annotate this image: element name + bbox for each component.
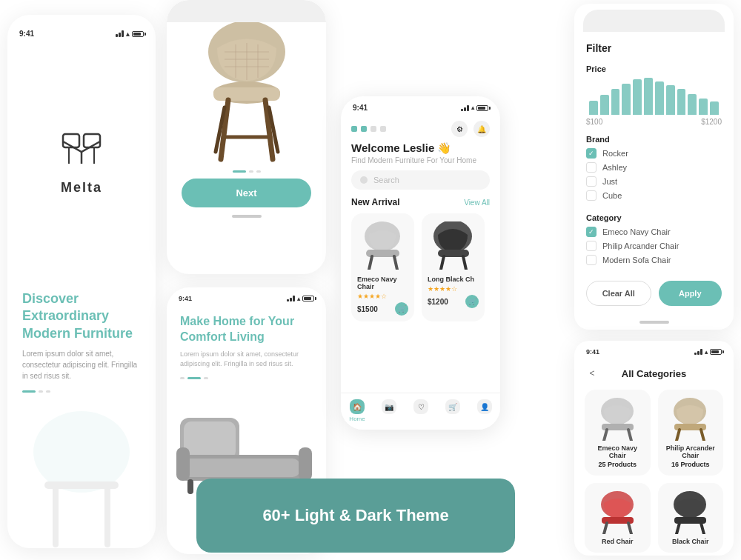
products-row: Emeco Navy Chair ★★★★☆ $1500 🛒 Long Blac… [341, 213, 500, 321]
cat-philip-label: Philip Arcander Chair [602, 241, 679, 250]
screen-home: 9:41 ▴ ⚙ 🔔 Welcome Leslie 👋 Find Modern … [341, 96, 500, 430]
cat-modern[interactable]: Modern Sofa Chair [586, 255, 722, 265]
product-card-1[interactable]: Emeco Navy Chair ★★★★☆ $1500 🛒 [351, 213, 414, 321]
adjust-icon[interactable]: ⚙ [451, 121, 468, 137]
svg-rect-16 [184, 421, 236, 459]
categories-header: < All Categories [574, 359, 734, 385]
category-filter-section: Category ✓ Emeco Navy Chair Philip Arcan… [574, 209, 734, 273]
banner-text: 60+ Light & Dark Theme [262, 506, 448, 525]
brand-just[interactable]: Just [586, 176, 722, 187]
next-button[interactable]: Next [182, 179, 311, 207]
cat-modern-check[interactable] [586, 255, 597, 265]
brand-ashley-check[interactable] [586, 162, 597, 173]
wifi-icon-2: ▴ [297, 296, 300, 302]
brand-ashley-label: Ashley [602, 163, 627, 172]
bar-2 [600, 95, 609, 116]
welcome-subtext: Find Modern Furniture For Your Home [351, 156, 490, 164]
cat-emeco[interactable]: ✓ Emeco Navy Chair [586, 227, 722, 237]
bar-5 [633, 79, 642, 115]
wifi-icon: ▴ [126, 30, 130, 38]
filter-home-indicator [639, 321, 669, 324]
brand-cube[interactable]: Cube [586, 190, 722, 201]
onboarding-body: Lorem ipsum dolor sit amet, consectetur … [180, 350, 313, 370]
product-price-2: $1200 [428, 298, 448, 306]
carousel-dots [167, 170, 326, 173]
categories-grid: Emeco Navy Chair 25 Products Philip Arca… [574, 385, 734, 556]
nav-wishlist[interactable]: ♡ [413, 399, 428, 422]
grid-dot [380, 126, 386, 132]
price-row-2: $1200 🛒 [428, 295, 479, 308]
subtitle-colored: Modern Furniture [22, 326, 133, 341]
search-placeholder: Search [373, 176, 399, 184]
search-bar[interactable]: Search [351, 170, 490, 190]
category-card-philip[interactable]: Philip Arcander Chair 16 Products [658, 390, 724, 476]
svg-line-46 [701, 523, 704, 534]
brand-ashley[interactable]: Ashley [586, 162, 722, 173]
svg-line-34 [628, 430, 631, 441]
price-row-1: $1500 🛒 [357, 302, 408, 316]
category-card-red[interactable]: Red Chair [585, 483, 651, 553]
price-section: Price $100 $1200 [574, 60, 734, 130]
brand-just-label: Just [602, 177, 617, 186]
cat-count-philip: 16 Products [671, 461, 710, 468]
profile-nav-icon: 👤 [477, 399, 492, 414]
cat-img-emeco [591, 397, 643, 441]
brand-cube-check[interactable] [586, 190, 597, 201]
onboarding-title: Make Home for Your Comfort Living [180, 314, 313, 345]
nav-cart[interactable]: 🛒 [445, 399, 460, 422]
status-bar: 9:41 ▴ [7, 22, 156, 41]
svg-rect-21 [187, 479, 193, 494]
svg-line-42 [628, 523, 631, 534]
price-min: $100 [586, 118, 602, 126]
svg-line-41 [604, 523, 607, 534]
add-to-cart-1[interactable]: 🛒 [395, 302, 408, 316]
cat-philip[interactable]: Philip Arcander Chair [586, 241, 722, 251]
nav-profile[interactable]: 👤 [477, 399, 492, 422]
bottom-navigation: 🏠 Home 📷 ♡ 🛒 👤 [341, 393, 500, 430]
product-name-1: Emeco Navy Chair [357, 276, 408, 290]
back-button[interactable]: < [585, 366, 599, 381]
cat-emeco-check[interactable]: ✓ [586, 227, 597, 237]
brand-section: Brand ✓ Rocker Ashley Just Cube [574, 130, 734, 209]
screen-categories: 9:41 ▴ < All Categories Emeco Navy Chair [574, 341, 734, 556]
view-all-link[interactable]: View All [464, 199, 490, 207]
product-card-2[interactable]: Long Black Ch ★★★★☆ $1200 🛒 [422, 213, 485, 321]
battery-icon [132, 31, 144, 37]
home-status-bar: 9:41 ▴ [341, 96, 500, 115]
svg-line-26 [394, 256, 397, 270]
svg-line-33 [604, 430, 607, 441]
add-to-cart-2[interactable]: 🛒 [465, 295, 479, 308]
bar-10 [688, 94, 697, 115]
chair-bg-watermark [7, 400, 156, 548]
apply-button[interactable]: Apply [659, 281, 722, 306]
cat-philip-check[interactable] [586, 241, 597, 251]
category-card-emeco[interactable]: Emeco Navy Chair 25 Products [585, 390, 651, 476]
categories-status-bar: 9:41 ▴ [574, 341, 734, 359]
price-max: $1200 [701, 118, 722, 126]
time-2: 9:41 [179, 295, 192, 302]
price-label: Price [586, 64, 722, 73]
melta-logo-icon [56, 128, 107, 173]
product-price-1: $1500 [357, 305, 378, 313]
screen-onboarding-chair: Next [167, 0, 326, 274]
cat-signal: ▴ [694, 349, 722, 356]
camera-nav-icon: 📷 [382, 399, 396, 414]
cat-emeco-label: Emeco Navy Chair [602, 227, 671, 236]
brand-just-check[interactable] [586, 176, 597, 187]
chair-image-area [167, 22, 326, 170]
svg-line-38 [701, 430, 704, 441]
grid-dot [361, 126, 367, 132]
bell-icon[interactable]: 🔔 [473, 121, 490, 137]
brand-rocker-check[interactable]: ✓ [586, 148, 597, 159]
dark-theme-banner: 60+ Light & Dark Theme [196, 479, 515, 553]
nav-home[interactable]: 🏠 Home [349, 399, 365, 422]
brand-rocker[interactable]: ✓ Rocker [586, 148, 722, 159]
section-title: New Arrival [351, 197, 400, 207]
nav-camera[interactable]: 📷 [382, 399, 396, 422]
clear-all-button[interactable]: Clear All [586, 281, 651, 306]
product-name-2: Long Black Ch [428, 276, 479, 283]
header-action-icons: ⚙ 🔔 [451, 121, 490, 137]
category-card-black[interactable]: Black Chair [658, 483, 724, 553]
bar-11 [699, 99, 708, 115]
home-header: ⚙ 🔔 [341, 115, 500, 141]
